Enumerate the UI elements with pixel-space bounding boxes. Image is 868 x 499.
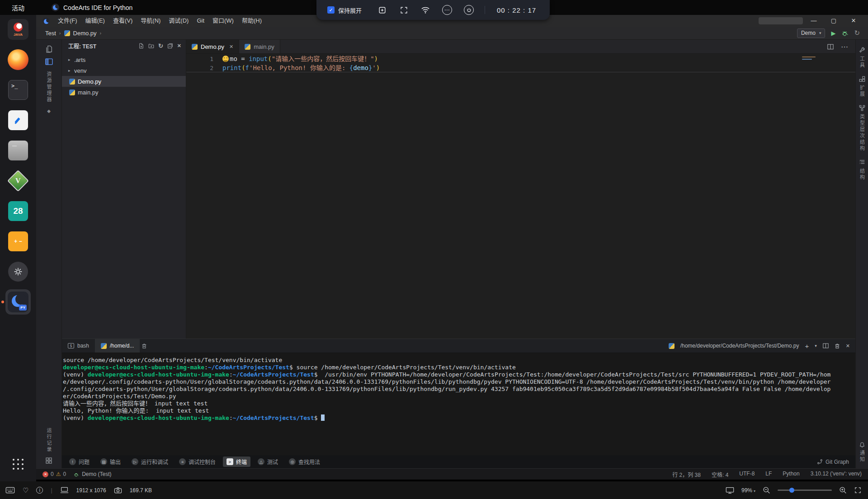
split-editor-icon[interactable] <box>827 44 834 50</box>
panel-tab-find-usages[interactable]: ◎查找用法 <box>285 457 324 467</box>
kill-terminal-icon[interactable] <box>142 343 147 349</box>
zoom-level-select[interactable]: 99%▾ <box>741 487 755 494</box>
grid-icon[interactable] <box>46 457 52 464</box>
rail-tab-tools[interactable]: 工具 <box>859 47 865 69</box>
rail-tab-extensions[interactable]: 扩展 <box>859 76 865 98</box>
tree-item-demo-py[interactable]: Demo.py <box>62 76 186 87</box>
new-terminal-icon[interactable]: + <box>805 342 809 350</box>
debug-button[interactable] <box>841 30 848 37</box>
menu-item[interactable]: Git <box>193 15 208 27</box>
display-icon[interactable] <box>726 487 734 494</box>
zoom-in-icon[interactable] <box>839 486 847 494</box>
trash-icon[interactable] <box>835 343 840 349</box>
terminal-dropdown-icon[interactable]: ▾ <box>815 344 817 348</box>
run-button[interactable]: ▶ <box>831 30 835 37</box>
screenshot-icon[interactable] <box>377 5 387 15</box>
close-panel-icon[interactable]: ✕ <box>177 43 181 49</box>
dock-item-codearts-java[interactable]: JAVA <box>5 17 31 42</box>
panel-tab-output[interactable]: ▤输出 <box>97 457 124 467</box>
split-terminal-icon[interactable] <box>823 343 829 348</box>
maximize-button[interactable]: ▢ <box>824 15 844 27</box>
diamond-icon[interactable]: ◆ <box>47 108 51 113</box>
dock-item-codearts-python[interactable]: PY <box>5 289 31 315</box>
rail-tab-structure[interactable]: 结构 <box>859 159 865 181</box>
dock-item-vim[interactable]: V <box>5 168 31 193</box>
dock-item-text-editor[interactable] <box>5 108 31 133</box>
new-file-icon[interactable] <box>138 43 144 49</box>
breadcrumb-project[interactable]: Test <box>45 30 56 37</box>
terminal-output[interactable]: source /home/developer/CodeArtsProjects/… <box>62 353 855 455</box>
dock-item-settings[interactable] <box>5 259 31 284</box>
menu-item[interactable]: 导航(N) <box>137 15 165 27</box>
run-config-select[interactable]: Demo ▾ <box>797 28 826 38</box>
dock-item-terminal[interactable]: >_ <box>5 77 31 103</box>
restart-button[interactable]: ↻ <box>854 29 860 37</box>
menu-item[interactable]: 调试(D) <box>165 15 193 27</box>
show-applications-icon[interactable] <box>13 459 24 470</box>
collapse-all-icon[interactable] <box>167 43 173 49</box>
dock-item-calculator[interactable]: + − <box>5 229 31 254</box>
panel-tab-run-debug[interactable]: ▷运行和调试 <box>128 457 172 467</box>
screenshot-camera-icon[interactable] <box>114 487 122 494</box>
menu-item[interactable]: 文件(F) <box>54 15 81 27</box>
fullscreen-toggle-icon[interactable] <box>854 486 862 494</box>
more-options-icon[interactable]: ⋯ <box>442 5 452 15</box>
menu-item[interactable]: 查看(V) <box>109 15 137 27</box>
terminal-line: er/CodeArtsProjects/Test/Demo.py <box>63 393 855 400</box>
status-segment[interactable]: 3.10.12 ('venv': venv) <box>811 471 862 478</box>
dock-item-archive-manager[interactable] <box>5 138 31 163</box>
menu-item[interactable]: 编辑(E) <box>81 15 109 27</box>
codearts-python-icon: PY <box>8 292 28 312</box>
panel-tab-terminal[interactable]: >终端 <box>223 457 250 467</box>
status-segment[interactable]: 空格: 4 <box>712 471 728 478</box>
rail-tab-explorer[interactable]: 资源管理器 <box>46 71 52 103</box>
fullscreen-icon[interactable] <box>399 5 409 15</box>
tree-item-arts[interactable]: ▸ .arts <box>62 54 186 65</box>
git-graph-button[interactable]: Git Graph <box>817 459 855 465</box>
tab-main-py[interactable]: main.py <box>239 40 280 53</box>
dock-item-firefox[interactable] <box>5 47 31 72</box>
favorite-heart-icon[interactable]: ♡ <box>23 486 28 494</box>
panel-tab-problems[interactable]: !问题 <box>66 457 93 467</box>
panel-tab-test[interactable]: △测试 <box>254 457 282 467</box>
menu-item[interactable]: 帮助(H) <box>238 15 266 27</box>
tree-item-main-py[interactable]: main.py <box>62 87 186 98</box>
info-icon[interactable]: i <box>36 487 43 494</box>
code-editor[interactable]: 1mo = input("请输入一些内容，然后按回车键！")2print(f'H… <box>186 54 855 339</box>
close-panel-icon[interactable]: ✕ <box>846 343 850 349</box>
terminal-tab-python[interactable]: /home/d... <box>95 339 140 353</box>
problems-status[interactable]: ✕ 0 ⚠ 0 <box>42 471 66 477</box>
rail-tab-run-history[interactable]: 运行记录 <box>46 428 52 453</box>
refresh-icon[interactable]: ↻ <box>158 42 163 49</box>
status-segment[interactable]: LF <box>765 471 772 478</box>
tree-item-venv[interactable]: ▸ venv <box>62 65 186 76</box>
status-segment[interactable]: UTF-8 <box>739 471 755 478</box>
side-panel-icon[interactable] <box>45 58 53 65</box>
zoom-slider-thumb[interactable] <box>789 488 794 493</box>
menu-item[interactable]: 窗口(W) <box>208 15 238 27</box>
keyboard-icon[interactable] <box>5 487 15 494</box>
settings-gear-icon <box>8 262 28 282</box>
activities-button[interactable]: 活动 <box>12 3 24 12</box>
run-target-status[interactable]: Demo (Test) <box>73 471 111 477</box>
zoom-slider[interactable] <box>778 490 832 491</box>
rail-tab-type-hierarchy[interactable]: 类型层次结构 <box>859 105 865 152</box>
dock-item-calendar[interactable]: 28 <box>5 198 31 224</box>
panel-tab-debug-console[interactable]: ≡调试控制台 <box>175 457 219 467</box>
explorer-files-icon[interactable] <box>45 45 53 53</box>
terminal-tab-bash[interactable]: $ bash <box>62 339 95 353</box>
more-actions-icon[interactable]: ⋯ <box>841 42 848 51</box>
status-segment[interactable]: 行 2，列 38 <box>672 471 701 478</box>
zoom-out-icon[interactable] <box>763 486 770 494</box>
close-button[interactable]: ✕ <box>844 15 863 27</box>
tab-demo-py[interactable]: Demo.py ✕ <box>186 40 239 53</box>
rail-tab-notifications[interactable]: 通知 <box>859 441 865 463</box>
network-wifi-icon[interactable] <box>420 5 430 15</box>
breadcrumb-file[interactable]: Demo.py <box>73 30 97 37</box>
keep-expanded-checkbox[interactable]: ✓ <box>327 6 335 14</box>
new-folder-icon[interactable] <box>148 43 154 49</box>
status-segment[interactable]: Python <box>783 471 799 478</box>
power-icon[interactable] <box>464 5 474 15</box>
minimize-button[interactable]: — <box>804 15 824 27</box>
close-tab-icon[interactable]: ✕ <box>229 44 233 50</box>
